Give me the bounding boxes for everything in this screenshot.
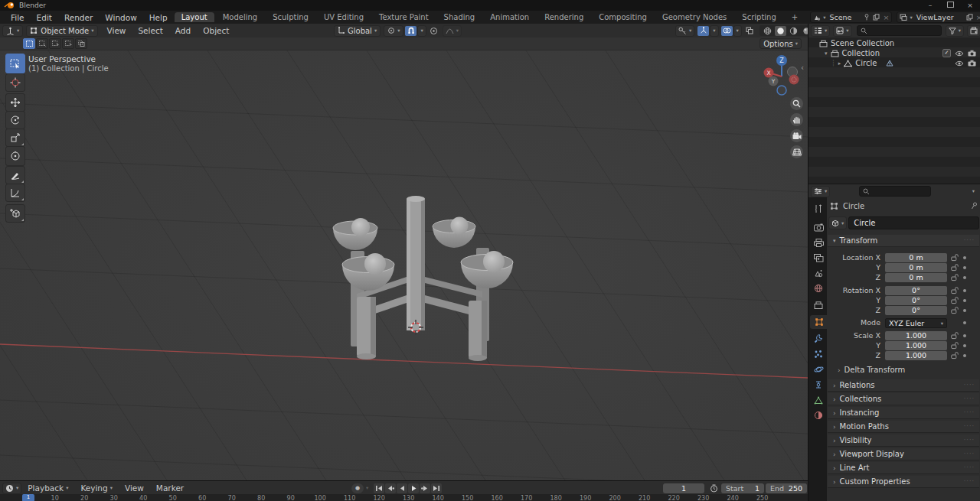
panel-viewport-display[interactable]: › Viewport Display ···· [828,448,979,460]
expand-arrow-icon[interactable]: ▸ [838,60,841,67]
animate-dot[interactable] [963,289,966,292]
timeline-menu-playback[interactable]: Playback▾ [21,483,74,493]
tab-render[interactable] [810,220,827,234]
gizmo-dropdown[interactable]: ▾ [710,25,718,37]
panel-grip[interactable]: ···· [964,395,975,402]
tool-cursor[interactable] [5,73,25,92]
copy-icon[interactable] [966,14,973,21]
transform-panel-header[interactable]: ▾ Transform ···· [828,235,979,247]
tab-constraints[interactable] [810,378,827,392]
workspace-tab-sculpting[interactable]: Sculpting [266,12,315,22]
tab-world[interactable] [810,281,827,295]
menu-edit[interactable]: Edit [31,13,58,22]
animate-dot[interactable] [963,299,966,302]
tab-data[interactable] [810,393,827,407]
jump-to-start-button[interactable] [374,483,384,493]
show-gizmo-toggle[interactable] [697,26,709,36]
perspective-toggle-button[interactable] [790,145,803,158]
expand-arrow-icon[interactable]: ▾ [825,50,828,57]
tool-rotate[interactable] [5,111,25,129]
workspace-tab-shading[interactable]: Shading [437,12,482,22]
scene-object-circle[interactable] [305,182,557,373]
delta-transform-subpanel[interactable]: › Delta Transform [838,365,905,375]
prev-frame-button[interactable] [397,483,407,493]
frame-end-field[interactable]: End 250 [766,483,807,493]
frame-start-field[interactable]: Start 1 [721,483,764,493]
select-mode-new-button[interactable] [36,38,48,49]
lock-icon[interactable] [951,307,959,314]
lock-icon[interactable] [951,254,959,262]
timeline-ruler[interactable]: 1 10203040506070809010011012013014015016… [0,494,808,501]
panel-motion-paths[interactable]: › Motion Paths ···· [828,421,979,433]
current-frame-field[interactable]: 1 [663,483,704,493]
remove-viewlayer-icon[interactable]: × [976,13,980,21]
lock-icon[interactable] [951,274,959,281]
tab-output[interactable] [810,236,827,249]
rotation-z-field[interactable]: 0° [885,306,947,315]
pin-icon[interactable] [971,202,978,210]
tool-annotate[interactable] [5,166,25,184]
panel-grip[interactable]: ···· [964,478,975,485]
outliner-row-circle[interactable]: ┆ ▸ Circle [808,58,980,68]
tool-select-box[interactable] [5,54,25,73]
add-workspace-button[interactable]: + [785,12,805,22]
eye-icon[interactable] [955,60,964,67]
animate-dot[interactable] [963,266,966,269]
outliner-row-collection[interactable]: ▾ Collection ✓ [808,48,980,58]
lock-icon[interactable] [951,332,959,340]
outliner-row-scene-collection[interactable]: Scene Collection [808,38,980,48]
select-mode-intersect-button[interactable] [75,38,87,49]
camera-render-icon[interactable] [968,60,976,67]
timeline-menu-marker[interactable]: Marker [150,483,190,493]
rotation-x-field[interactable]: 0° [885,286,947,295]
zoom-view-button[interactable] [790,97,803,110]
minimize-button[interactable]: – [920,2,940,9]
exclude-checkbox[interactable]: ✓ [942,49,951,57]
location-z-field[interactable]: 0 m [885,273,947,282]
options-dropdown[interactable]: Options ▾ [760,38,802,49]
tool-transform[interactable] [5,146,25,166]
prev-keyframe-button[interactable] [385,483,396,493]
timeline-menu-keying[interactable]: Keying▾ [74,483,119,493]
workspace-tab-geometry-nodes[interactable]: Geometry Nodes [655,12,733,22]
properties-editor-type-button[interactable]: ▾ [811,186,830,197]
editor-type-button[interactable]: ▾ [2,25,23,37]
rotation-mode-dropdown[interactable]: XYZ Euler ▾ [885,318,947,328]
panel-line-art[interactable]: › Line Art ···· [828,462,979,474]
tab-tool[interactable] [810,202,827,216]
animate-dot[interactable] [963,334,966,337]
outliner-search-input[interactable] [857,25,942,36]
auto-keying-button[interactable]: ● [351,483,364,493]
view-navigation-gizmo[interactable]: Z X Y [760,54,803,96]
panel-grip[interactable]: ···· [964,464,975,471]
panel-visibility[interactable]: › Visibility ···· [828,434,979,447]
viewport-menu-view[interactable]: View [101,26,132,35]
lock-icon[interactable] [951,264,959,272]
tab-particles[interactable] [810,347,827,361]
select-mode-extend-button[interactable] [49,38,61,49]
snap-target-dropdown[interactable]: ▾ [417,25,426,37]
menu-help[interactable]: Help [143,13,174,22]
workspace-tab-layout[interactable]: Layout [175,12,214,22]
viewport-menu-add[interactable]: Add [169,26,197,35]
scale-y-field[interactable]: 1.000 [885,341,947,350]
pin-icon[interactable] [864,14,870,21]
camera-view-button[interactable] [790,129,803,142]
object-visibility-dropdown[interactable]: ▾ [675,25,694,37]
tool-move[interactable] [5,93,25,112]
tab-object[interactable] [810,315,828,329]
falloff-dropdown[interactable]: ▾ [443,25,462,37]
shading-solid-button[interactable] [775,26,786,36]
lock-icon[interactable] [951,297,959,304]
eye-icon[interactable] [955,50,964,57]
tab-modifiers[interactable] [810,332,827,346]
keying-set-dropdown[interactable]: ▾ [366,485,368,491]
animate-dot[interactable] [963,321,966,324]
timeline-menu-view[interactable]: View [119,483,150,493]
camera-render-icon[interactable] [968,50,976,57]
panel-grip[interactable]: ···· [964,451,975,457]
transform-orientation-dropdown[interactable]: Global ▾ [334,25,381,37]
workspace-tab-modeling[interactable]: Modeling [216,12,265,22]
menu-render[interactable]: Render [58,13,99,22]
tab-collection[interactable] [810,298,827,312]
